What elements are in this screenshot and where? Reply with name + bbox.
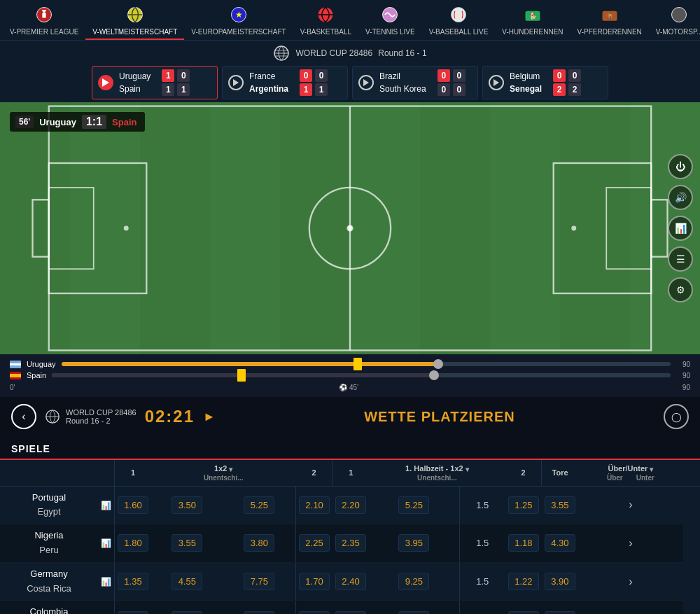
svg-point-12 [672, 7, 687, 22]
play-button-match1[interactable] [98, 75, 113, 90]
bottom-tournament-title: WORLD CUP 28486 [66, 408, 136, 417]
away-name-match1: Spain [119, 83, 150, 95]
stats-icon-0[interactable]: 📊 [101, 501, 111, 510]
arrow-icon: ► [203, 410, 216, 424]
td-uber-2: 1.22 [505, 562, 542, 601]
spain-flag [10, 372, 21, 379]
away-sub-match4: 2 [568, 83, 581, 96]
h1-2-btn-2[interactable]: 9.25 [398, 573, 429, 590]
nav-item-basketball[interactable]: V-BASKETBALL [293, 0, 358, 40]
h1-1-btn-3[interactable]: 1.80 [299, 611, 330, 614]
td-odds1-0: 1.60 [115, 486, 152, 524]
score-block-main-match4: 0 2 [553, 69, 566, 96]
away-timeline-track[interactable] [52, 373, 671, 377]
nav-item-hunderennen[interactable]: 🐕V-HUNDERENNEN [495, 0, 570, 40]
odds-u-btn-1[interactable]: 3.55 [172, 534, 202, 552]
expand-button-1[interactable]: › [629, 537, 632, 550]
nav-label-baseball: V-BASEBALL LIVE [429, 28, 489, 36]
h1-u-btn-1[interactable]: 2.35 [335, 534, 366, 552]
td-oddsu-0: 3.50 [151, 486, 223, 524]
h1-2-btn-3[interactable]: 6.75 [398, 611, 429, 614]
score-block-sub-match4: 0 2 [568, 69, 581, 96]
h1-1-btn-0[interactable]: 2.10 [299, 496, 330, 514]
match-card-match4[interactable]: Belgium Senegal 0 2 0 2 [482, 66, 608, 99]
match-card-match2[interactable]: France Argentina 0 1 0 1 [222, 66, 348, 99]
match-card-match3[interactable]: Brazil South Korea 0 0 0 0 [352, 66, 478, 99]
odds-1-btn-3[interactable]: 1.45 [118, 611, 148, 614]
td-odds2-3: 6.00 [223, 601, 296, 614]
home-team-name-0: Portugal [3, 491, 95, 505]
nav-item-europameisterschaft[interactable]: ★V-EUROPAMEISTERSCHAFT [184, 0, 293, 40]
unter-btn-1[interactable]: 4.30 [545, 534, 575, 552]
nav-icon-basketball [314, 4, 337, 26]
home-timeline-track[interactable] [62, 362, 671, 366]
unter-btn-3[interactable]: 3.15 [545, 611, 575, 614]
volume-button[interactable]: 🔊 [668, 185, 693, 210]
h1-u-btn-2[interactable]: 2.40 [335, 573, 366, 590]
odds-1-btn-0[interactable]: 1.60 [118, 496, 148, 514]
td-h1-1-1: 2.25 [295, 524, 332, 563]
uber-btn-2[interactable]: 1.22 [508, 573, 539, 590]
h1-2-btn-0[interactable]: 5.25 [398, 496, 429, 514]
match-teams-match4: Belgium Senegal [510, 70, 542, 95]
unter-btn-2[interactable]: 3.90 [545, 573, 575, 590]
odds-1-btn-2[interactable]: 1.35 [118, 573, 148, 590]
play-button-match2[interactable] [228, 75, 244, 90]
stats-icon-2[interactable]: 📊 [101, 577, 111, 587]
th-stats [98, 460, 115, 486]
play-button-match4[interactable] [489, 75, 504, 90]
power-button[interactable]: ⏻ [668, 154, 693, 179]
th-halb-1: 1 [332, 460, 369, 486]
odds-2-btn-2[interactable]: 7.75 [244, 573, 274, 590]
td-h1-2-2: 9.25 [369, 562, 459, 601]
expand-button-0[interactable]: › [629, 498, 632, 511]
svg-point-32 [571, 226, 576, 231]
td-uber-3: 1.30 [505, 601, 542, 614]
h1-2-btn-1[interactable]: 3.95 [398, 534, 429, 552]
list-button[interactable]: ☰ [668, 246, 693, 272]
h1-u-btn-3[interactable]: 2.35 [335, 611, 366, 614]
td-stats-1: 📊 [98, 524, 115, 563]
odds-u-btn-2[interactable]: 4.55 [172, 573, 202, 590]
unter-btn-0[interactable]: 3.55 [545, 496, 575, 514]
back-button[interactable]: ‹ [11, 404, 36, 429]
uber-btn-3[interactable]: 1.30 [508, 611, 539, 614]
stats-button[interactable]: 📊 [668, 216, 693, 241]
nav-item-premier-league[interactable]: V-PREMIER LEAGUE [3, 0, 85, 40]
odds-2-btn-3[interactable]: 6.00 [244, 611, 274, 614]
betting-table: 1 1x2 ▾ Unentschi... 2 1 1. Halbzeit - 1… [0, 460, 700, 614]
home-team-name-1: Nigeria [3, 529, 95, 543]
settings-button[interactable]: ⚙ [668, 277, 693, 302]
nav-item-motorsport[interactable]: V-MOTORSP... [649, 0, 700, 40]
odds-2-btn-0[interactable]: 5.25 [244, 496, 274, 514]
h1-u-btn-0[interactable]: 2.20 [335, 496, 366, 514]
timeline-away-max: 90 [676, 372, 690, 379]
td-odds1-2: 1.35 [115, 562, 152, 601]
td-stats-0: 📊 [98, 486, 115, 524]
bet-button[interactable]: WETTE PLATZIEREN [224, 409, 655, 425]
odds-u-btn-3[interactable]: 4.00 [172, 611, 202, 614]
uber-btn-0[interactable]: 1.25 [508, 496, 539, 514]
match-card-match1[interactable]: Uruguay Spain 1 1 0 1 [92, 66, 218, 99]
nav-label-europameisterschaft: V-EUROPAMEISTERSCHAFT [191, 28, 286, 36]
tournament-title: WORLD CUP 28486 Round 16 - 1 [273, 45, 426, 62]
uber-btn-1[interactable]: 1.18 [508, 534, 539, 552]
info-button[interactable]: ◯ [664, 404, 689, 429]
h1-1-btn-2[interactable]: 1.70 [299, 573, 330, 590]
nav-label-basketball: V-BASKETBALL [300, 28, 351, 36]
nav-item-weltmeisterschaft[interactable]: V-WELTMEISTERSCHAFT [85, 0, 184, 40]
td-oddsu-1: 3.55 [151, 524, 223, 563]
match-teams-match3: Brazil South Korea [379, 70, 426, 95]
odds-1-btn-1[interactable]: 1.80 [118, 534, 148, 552]
play-button-match3[interactable] [358, 75, 374, 90]
odds-2-btn-1[interactable]: 3.80 [244, 534, 274, 552]
expand-button-2[interactable]: › [629, 575, 632, 588]
nav-item-pferderennen[interactable]: 🏇V-PFERDERENNEN [570, 0, 649, 40]
odds-u-btn-0[interactable]: 3.50 [172, 496, 202, 514]
score-block-main-match3: 0 0 [438, 69, 450, 96]
stats-icon-1[interactable]: 📊 [101, 538, 111, 548]
nav-label-hunderennen: V-HUNDERENNEN [502, 28, 563, 36]
h1-1-btn-1[interactable]: 2.25 [299, 534, 330, 552]
nav-item-tennis[interactable]: V-TENNIS LIVE [358, 0, 422, 40]
nav-item-baseball[interactable]: V-BASEBALL LIVE [422, 0, 496, 40]
